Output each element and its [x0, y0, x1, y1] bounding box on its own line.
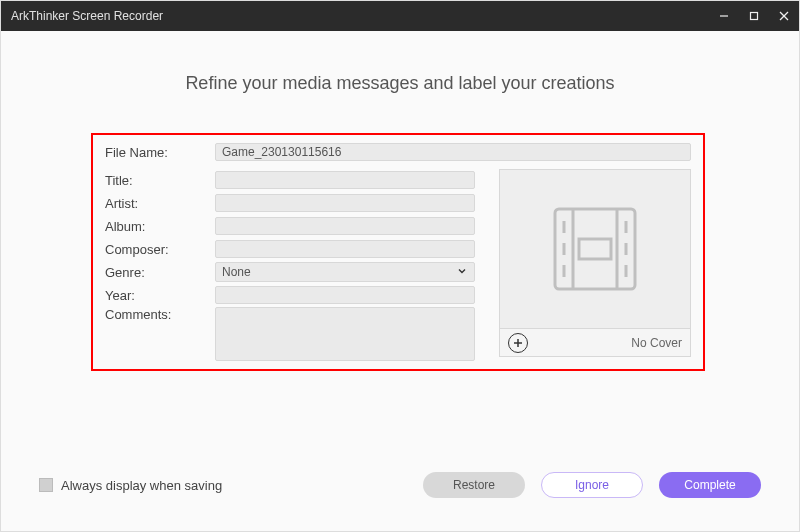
cover-bottom-bar: No Cover [500, 328, 690, 356]
genre-row: Genre: None [105, 261, 475, 283]
content-area: Refine your media messages and label you… [1, 31, 799, 531]
year-label: Year: [105, 288, 215, 303]
title-label: Title: [105, 173, 215, 188]
cover-panel: No Cover [499, 169, 691, 357]
ignore-button[interactable]: Ignore [541, 472, 643, 498]
footer-bar: Always display when saving Restore Ignor… [1, 465, 799, 505]
always-display-label: Always display when saving [61, 478, 222, 493]
artist-row: Artist: [105, 192, 475, 214]
year-row: Year: [105, 284, 475, 306]
title-bar[interactable]: ArkThinker Screen Recorder [1, 1, 799, 31]
add-cover-button[interactable] [508, 333, 528, 353]
svg-rect-13 [579, 239, 611, 259]
genre-value: None [222, 265, 251, 279]
cover-placeholder [500, 170, 690, 328]
genre-select[interactable]: None [215, 262, 475, 282]
album-label: Album: [105, 219, 215, 234]
window-controls [709, 1, 799, 31]
genre-label: Genre: [105, 265, 215, 280]
title-input[interactable] [215, 171, 475, 189]
comments-row: Comments: [105, 307, 475, 361]
composer-row: Composer: [105, 238, 475, 260]
comments-label: Comments: [105, 307, 215, 322]
comments-input[interactable] [215, 307, 475, 361]
plus-icon [512, 337, 524, 349]
artist-input[interactable] [215, 194, 475, 212]
artist-label: Artist: [105, 196, 215, 211]
composer-label: Composer: [105, 242, 215, 257]
filmstrip-icon [545, 199, 645, 299]
filename-input[interactable] [215, 143, 691, 161]
app-window: ArkThinker Screen Recorder Refine your m… [0, 0, 800, 532]
maximize-button[interactable] [739, 1, 769, 31]
year-input[interactable] [215, 286, 475, 304]
no-cover-label: No Cover [631, 336, 682, 350]
title-row: Title: [105, 169, 475, 191]
page-heading: Refine your media messages and label you… [1, 73, 799, 94]
close-button[interactable] [769, 1, 799, 31]
filename-label: File Name: [105, 145, 215, 160]
restore-button[interactable]: Restore [423, 472, 525, 498]
minimize-button[interactable] [709, 1, 739, 31]
album-input[interactable] [215, 217, 475, 235]
svg-rect-1 [751, 13, 758, 20]
filename-row: File Name: [105, 143, 691, 161]
always-display-checkbox[interactable] [39, 478, 53, 492]
complete-button[interactable]: Complete [659, 472, 761, 498]
album-row: Album: [105, 215, 475, 237]
fields-column: Title: Artist: Album: Composer: Genre: [105, 169, 475, 361]
metadata-panel: File Name: Title: Artist: Album: [91, 133, 705, 371]
svg-rect-4 [555, 209, 635, 289]
app-title: ArkThinker Screen Recorder [11, 9, 163, 23]
composer-input[interactable] [215, 240, 475, 258]
chevron-down-icon [456, 265, 468, 280]
